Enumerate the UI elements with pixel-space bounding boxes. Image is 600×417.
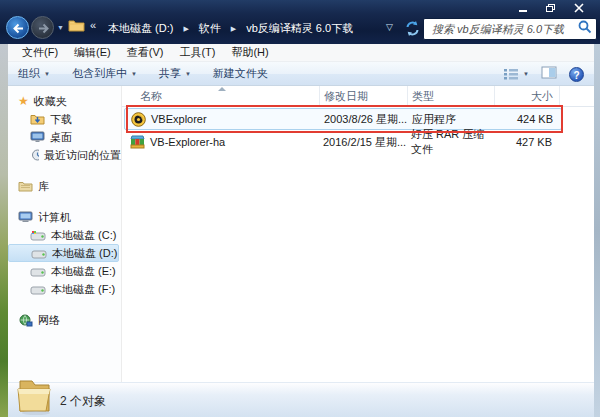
network-icon [18,314,33,327]
item-count-text: 2 个对象 [60,393,106,410]
column-header-filler [560,86,594,106]
computer-label: 计算机 [38,210,71,225]
include-in-library-button[interactable]: 包含到库中 ▼ [72,66,137,81]
column-header-type[interactable]: 类型 [408,86,495,106]
menu-file[interactable]: 文件(F) [14,44,66,61]
favorites-label: 收藏夹 [34,94,67,109]
breadcrumb-overflow-chevrons[interactable]: « [90,19,96,31]
file-name-label: VB-Explorer-ha [150,136,225,148]
drive-e-icon [30,266,46,277]
close-icon [573,3,585,13]
refresh-button[interactable] [404,20,421,41]
views-icon [503,68,519,80]
back-button[interactable] [6,16,29,39]
command-toolbar: 组织 ▼ 包含到库中 ▼ 共享 ▼ 新建文件夹 [8,62,594,86]
sidebar-item-drive-d[interactable]: 本地磁盘 (D:) [8,244,119,262]
red-annotation-box [126,105,563,133]
column-headers: 名称 修改日期 类型 大小 [122,86,594,107]
organize-label: 组织 [18,66,40,81]
chevron-down-icon: ▼ [523,71,529,77]
forward-arrow-icon [35,20,52,37]
sidebar-item-recent-places[interactable]: 最近访问的位置 [8,146,121,164]
new-folder-label: 新建文件夹 [213,66,268,81]
computer-icon [18,211,33,223]
minimize-button[interactable] [514,2,532,14]
organize-button[interactable]: 组织 ▼ [18,66,50,81]
name-header-label: 名称 [140,89,162,104]
chevron-down-icon: ▼ [131,71,137,77]
details-pane: 2 个对象 [8,382,594,417]
search-input[interactable] [424,23,578,35]
file-name-cell: VB-Explorer-ha [124,135,320,149]
sidebar-section-network[interactable]: 网络 [8,311,121,329]
sidebar-item-drive-c[interactable]: 本地磁盘 (C:) [8,226,121,244]
drive-c-icon [30,230,46,241]
breadcrumb-separator-icon[interactable]: ▶ [177,25,194,33]
window-controls [514,2,588,14]
breadcrumb: 本地磁盘 (D:) ▶ 软件 ▶ vb反编译精灵 6.0下载 [104,20,357,37]
search-icon[interactable] [578,20,592,38]
column-header-date-modified[interactable]: 修改日期 [320,86,408,106]
size-header-label: 大小 [531,89,553,104]
file-date-cell: 2016/2/15 星期... [320,135,408,150]
new-folder-button[interactable]: 新建文件夹 [213,66,268,81]
menu-bar: 文件(F) 编辑(E) 查看(V) 工具(T) 帮助(H) [8,44,594,62]
menu-view[interactable]: 查看(V) [119,44,172,61]
preview-pane-button[interactable] [541,65,557,83]
explorer-window: ▼ « 本地磁盘 (D:) ▶ 软件 ▶ vb反编译精灵 6.0下载 ▽ [0,0,600,417]
address-folder-icon [68,18,85,36]
libraries-label: 库 [38,179,49,194]
sidebar-item-drive-f[interactable]: 本地磁盘 (F:) [8,280,121,298]
menu-edit[interactable]: 编辑(E) [66,44,119,61]
share-label: 共享 [159,66,181,81]
sidebar-item-desktop[interactable]: 桌面 [8,128,121,146]
drive-d-label: 本地磁盘 (D:) [52,246,117,261]
restore-icon [545,3,557,13]
navigation-bar: ▼ « 本地磁盘 (D:) ▶ 软件 ▶ vb反编译精灵 6.0下载 ▽ [0,14,600,44]
breadcrumb-separator-icon[interactable]: ▶ [225,25,242,33]
change-view-button[interactable]: ▼ [503,68,529,80]
sidebar-item-downloads[interactable]: 下载 [8,110,121,128]
refresh-icon [404,20,421,37]
search-box [423,18,597,40]
back-arrow-icon [10,20,27,37]
forward-button[interactable] [31,16,54,39]
sidebar-section-libraries[interactable]: 库 [8,177,121,195]
drive-f-icon [30,284,46,295]
type-header-label: 类型 [412,89,434,104]
favorites-star-icon: ★ [18,95,29,107]
help-button[interactable]: ? [569,67,584,82]
menu-help[interactable]: 帮助(H) [223,44,276,61]
restore-button[interactable] [542,2,560,14]
column-header-name[interactable]: 名称 [122,86,320,106]
breadcrumb-item-drive-d[interactable]: 本地磁盘 (D:) [104,20,177,37]
menu-tools[interactable]: 工具(T) [171,44,223,61]
close-button[interactable] [570,2,588,14]
navigation-pane: ★ 收藏夹 下载 桌面 [8,86,121,382]
drive-f-label: 本地磁盘 (F:) [51,282,115,297]
breadcrumb-item-current-folder[interactable]: vb反编译精灵 6.0下载 [242,20,357,37]
sidebar-section-computer[interactable]: 计算机 [8,208,121,226]
recent-pages-dropdown[interactable]: ▼ [57,24,64,31]
downloads-folder-icon [30,113,45,125]
desktop-label: 桌面 [50,130,72,145]
include-in-library-label: 包含到库中 [72,66,127,81]
file-row-vb-explorer-ha[interactable]: VB-Explorer-ha 2016/2/15 星期... 好压 RAR 压缩… [124,131,562,153]
file-size-cell: 427 KB [495,136,557,148]
share-button[interactable]: 共享 ▼ [159,66,191,81]
sidebar-item-drive-e[interactable]: 本地磁盘 (E:) [8,262,121,280]
minimize-icon [517,3,529,13]
window-right-border [594,44,600,417]
drive-c-label: 本地磁盘 (C:) [51,228,116,243]
breadcrumb-item-software[interactable]: 软件 [195,20,225,37]
haozip-archive-icon [130,135,145,149]
network-label: 网络 [38,313,60,328]
folder-thumbnail-icon [14,371,54,417]
drive-e-label: 本地磁盘 (E:) [51,264,116,279]
column-header-size[interactable]: 大小 [495,86,560,106]
recent-places-label: 最近访问的位置 [44,148,121,163]
address-history-dropdown[interactable]: ▽ [386,22,393,32]
file-list-area: 名称 修改日期 类型 大小 [122,86,594,382]
chevron-down-icon: ▼ [185,71,191,77]
sidebar-section-favorites[interactable]: ★ 收藏夹 [8,92,121,110]
